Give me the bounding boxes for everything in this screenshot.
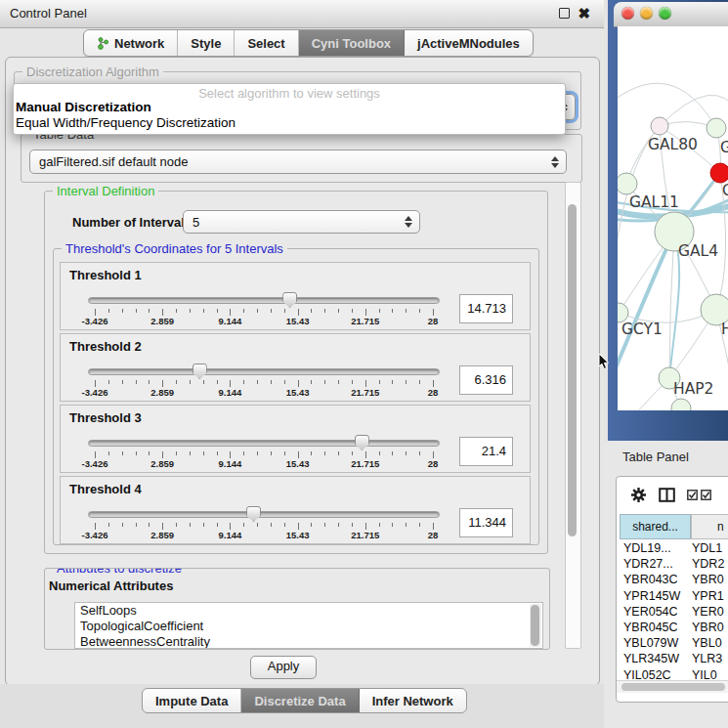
cell-name[interactable]: YBL0 (692, 636, 728, 652)
algorithm-option-equal-width[interactable]: Equal Width/Frequency Discretization (16, 115, 236, 130)
settings-scrollbar[interactable] (565, 182, 581, 649)
checkbox-icon[interactable] (701, 490, 711, 500)
slider-thumb[interactable] (246, 506, 261, 522)
slider-tick (419, 523, 420, 527)
table-row[interactable]: YBR043CYBR0 (620, 573, 728, 588)
threshold-slider[interactable]: -3.4262.8599.14415.4321.71528 (88, 435, 440, 470)
slider-track[interactable] (88, 297, 440, 304)
slider-thumb[interactable] (355, 435, 369, 450)
table-row[interactable]: YDL19...YDL1 (620, 541, 728, 557)
table-panel-title: Table Panel (622, 450, 689, 464)
slider-track[interactable] (88, 511, 440, 518)
tab-network[interactable]: Network (84, 30, 178, 56)
tab-cyni-toolbox[interactable]: Cyni Toolbox (299, 30, 405, 56)
top-tabbar: Network Style Select Cyni Toolbox jActiv… (83, 29, 534, 57)
split-columns-icon[interactable] (659, 488, 675, 502)
threshold-value-field[interactable]: 14.713 (459, 294, 513, 323)
slider-track[interactable] (88, 440, 440, 447)
slider-tick (176, 309, 177, 313)
numerical-attribute-item[interactable]: BetweennessCentrality (75, 634, 542, 649)
number-of-intervals-combo[interactable]: 5 (183, 210, 420, 234)
threshold-slider[interactable]: -3.4262.8599.14415.4321.71528 (88, 506, 440, 541)
table-row[interactable]: YLR345WYLR3 (620, 652, 728, 667)
close-panel-icon[interactable]: ✖ (578, 7, 590, 20)
table-row[interactable]: YPR145WYPR1 (620, 589, 728, 605)
table-horizontal-scrollbar[interactable] (617, 680, 728, 693)
table-row[interactable]: YER054CYER0 (620, 605, 728, 621)
table-row[interactable]: YBR045CYBR0 (620, 621, 728, 636)
tab-style[interactable]: Style (178, 30, 235, 56)
table-row[interactable]: YIL052CYIL0 (620, 668, 728, 680)
cell-shared-name[interactable]: YER054C (620, 605, 692, 621)
cell-name[interactable]: YBR0 (692, 573, 728, 588)
tab-jactivemnodules[interactable]: jActiveMNodules (405, 30, 533, 56)
threshold-slider[interactable]: -3.4262.8599.14415.4321.71528 (88, 292, 440, 327)
network-node[interactable] (707, 118, 726, 138)
slider-tick-label: 2.859 (150, 387, 174, 398)
cell-shared-name[interactable]: YBL079W (620, 636, 692, 652)
tab-infer-network[interactable]: Infer Network (360, 689, 466, 712)
slider-thumb[interactable] (282, 292, 297, 308)
slider-tick (95, 523, 96, 530)
threshold-value-field[interactable]: 6.316 (459, 365, 513, 395)
network-node[interactable] (618, 173, 637, 194)
cell-shared-name[interactable]: YDR27... (620, 557, 692, 573)
table-row[interactable]: YBL079WYBL0 (620, 636, 728, 652)
cell-name[interactable]: YLR3 (692, 652, 728, 667)
float-panel-icon[interactable] (559, 8, 570, 19)
cell-name[interactable]: YDR2 (692, 557, 728, 573)
numerical-attribute-item[interactable]: SelfLoops (75, 603, 542, 619)
cell-shared-name[interactable]: YDL19... (620, 541, 692, 557)
slider-tick (271, 451, 272, 455)
slider-tick (271, 380, 272, 384)
cell-name[interactable]: YBR0 (692, 621, 728, 636)
network-node[interactable] (671, 399, 691, 410)
gear-icon[interactable] (630, 487, 647, 503)
slider-track[interactable] (88, 368, 440, 375)
cell-shared-name[interactable]: YBR043C (620, 573, 692, 588)
network-node[interactable] (710, 163, 728, 183)
numerical-attribute-item[interactable]: TopologicalCoefficient (75, 619, 542, 634)
cell-name[interactable]: YIL0 (692, 668, 728, 680)
algorithm-option-manual[interactable]: Manual Discretization (16, 100, 151, 114)
slider-tick (284, 309, 285, 313)
network-node[interactable] (651, 117, 668, 135)
zoom-window-icon[interactable] (659, 7, 671, 20)
slider-tick-label: -3.426 (82, 387, 108, 398)
threshold-label: Threshold 1 (69, 268, 142, 282)
bottom-tab-strip: Impute Data Discretize Data Infer Networ… (0, 684, 604, 728)
threshold-value-field[interactable]: 21.4 (459, 437, 513, 466)
network-node-label: GCY1 (621, 321, 663, 338)
checkbox-icon[interactable] (687, 490, 698, 500)
cell-name[interactable]: YPR1 (692, 589, 728, 605)
tab-discretize-data[interactable]: Discretize Data (241, 689, 359, 712)
apply-button[interactable]: Apply (250, 656, 317, 679)
threshold-panel: Threshold 2-3.4262.8599.14415.4321.71528… (60, 333, 531, 402)
table-data-combo[interactable]: galFiltered.sif default node (29, 150, 567, 174)
network-window-titlebar[interactable] (614, 2, 728, 27)
network-view-canvas[interactable]: GAL80GACGAL11GAL4GCY1HHAP2 (618, 26, 728, 410)
threshold-value-field[interactable]: 11.344 (459, 508, 513, 537)
cell-shared-name[interactable]: YPR145W (620, 589, 692, 605)
column-header-shared-name[interactable]: shared... (620, 514, 691, 539)
cell-shared-name[interactable]: YLR345W (620, 652, 692, 667)
attributes-list-scrollbar[interactable] (530, 604, 541, 647)
table-row[interactable]: YDR27...YDR2 (620, 557, 728, 573)
cell-shared-name[interactable]: YBR045C (620, 621, 692, 636)
slider-thumb[interactable] (193, 364, 207, 379)
numerical-attributes-list[interactable]: SelfLoopsTopologicalCoefficientBetweenne… (74, 602, 543, 649)
table-horizontal-scrollbar-thumb[interactable] (621, 683, 725, 691)
tab-impute-data[interactable]: Impute Data (143, 689, 241, 712)
cell-name[interactable]: YDL1 (692, 541, 728, 557)
column-header-name[interactable]: n (691, 514, 728, 539)
minimize-window-icon[interactable] (640, 7, 653, 20)
tab-select[interactable]: Select (235, 30, 298, 56)
settings-scrollbar-thumb[interactable] (568, 204, 577, 536)
network-node[interactable] (618, 303, 628, 322)
threshold-slider[interactable]: -3.4262.8599.14415.4321.71528 (88, 364, 440, 399)
slider-tick (108, 523, 109, 527)
cell-name[interactable]: YER0 (692, 605, 728, 621)
close-window-icon[interactable] (621, 7, 634, 20)
cell-shared-name[interactable]: YIL052C (620, 668, 692, 680)
slider-tick-label: 2.859 (150, 316, 174, 326)
